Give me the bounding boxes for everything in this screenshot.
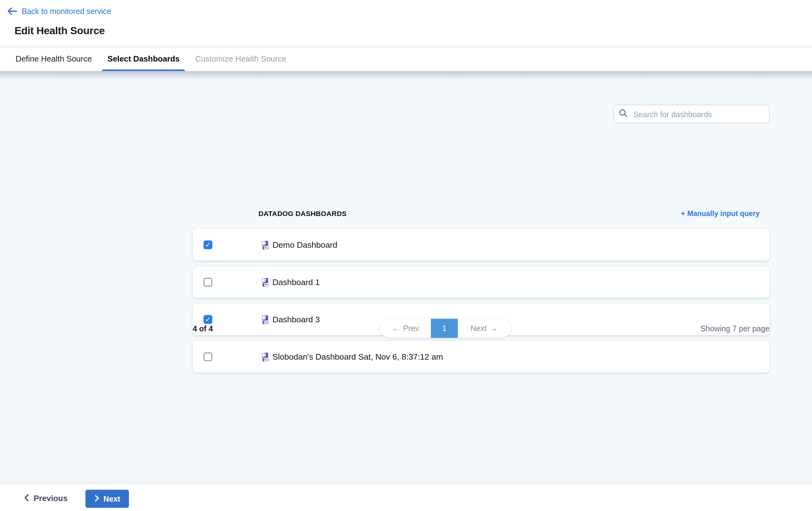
- tab-label: Select Dashboards: [108, 54, 180, 64]
- tab-customize-health-source[interactable]: Customize Health Source: [190, 47, 291, 71]
- wizard-footer: Previous Next: [0, 484, 812, 511]
- dashboard-row-main: Demo Dashboard: [261, 239, 337, 250]
- dashboard-name: Demo Dashboard: [272, 240, 337, 250]
- tab-define-health-source[interactable]: Define Health Source: [10, 47, 97, 71]
- dashboard-search: [613, 105, 770, 124]
- arrow-left-icon: ←: [392, 324, 400, 332]
- page-header: Back to monitored service Edit Health So…: [0, 0, 812, 37]
- chevron-right-icon: [95, 494, 99, 503]
- datadog-icon: [261, 239, 269, 250]
- column-header: DATADOG DASHBOARDS: [258, 210, 347, 218]
- dashboard-row-main: Slobodan's Dashboard Sat, Nov 6, 8:37:12…: [261, 351, 443, 362]
- page-number-button[interactable]: 1: [431, 319, 458, 338]
- dashboard-row-main: Dashboard 1: [261, 277, 320, 288]
- previous-step-label: Previous: [33, 494, 67, 503]
- arrow-right-icon: →: [490, 324, 498, 332]
- datadog-icon: [261, 351, 269, 362]
- dashboard-name: Dashboard 1: [272, 277, 320, 287]
- tab-label: Customize Health Source: [195, 54, 286, 64]
- prev-page-label: Prev: [403, 324, 419, 332]
- dashboard-row[interactable]: Dashboard 1: [193, 266, 770, 298]
- tab-label: Define Health Source: [16, 54, 92, 64]
- tab-select-dashboards[interactable]: Select Dashboards: [102, 47, 185, 71]
- prev-page-button[interactable]: ← Prev: [380, 319, 431, 338]
- pager: ← Prev 1 Next →: [380, 319, 511, 338]
- previous-step-button[interactable]: Previous: [24, 493, 68, 504]
- datadog-icon: [261, 277, 269, 288]
- next-step-button[interactable]: Next: [86, 489, 129, 508]
- back-link-label: Back to monitored service: [22, 7, 111, 16]
- next-page-button[interactable]: Next →: [458, 319, 511, 338]
- dashboard-row[interactable]: Demo Dashboard: [193, 229, 770, 261]
- tab-bar: Define Health Source Select Dashboards C…: [0, 47, 812, 71]
- edit-health-source-page: Back to monitored service Edit Health So…: [0, 0, 812, 511]
- dashboard-list: Demo Dashboard: [193, 229, 770, 378]
- next-step-label: Next: [104, 494, 120, 503]
- manual-input-query-link[interactable]: + Manually input query: [681, 210, 760, 218]
- next-page-label: Next: [471, 324, 487, 332]
- dashboard-select-panel: DATADOG DASHBOARDS + Manually input quer…: [0, 71, 812, 484]
- search-input[interactable]: [633, 109, 764, 119]
- page-title: Edit Health Source: [14, 25, 812, 37]
- dashboard-checkbox[interactable]: [203, 352, 212, 361]
- dashboard-checkbox[interactable]: [203, 241, 212, 249]
- result-count: 4 of 4: [193, 324, 213, 332]
- pagination-row: 4 of 4 ← Prev 1 Next → Showing 7 per pag…: [0, 319, 812, 338]
- dashboard-row[interactable]: Slobodan's Dashboard Sat, Nov 6, 8:37:12…: [193, 341, 770, 373]
- search-icon: [619, 108, 628, 119]
- dashboard-checkbox[interactable]: [203, 278, 212, 287]
- back-arrow-icon: [7, 7, 17, 15]
- chevron-left-icon: [24, 493, 29, 504]
- dashboard-name: Slobodan's Dashboard Sat, Nov 6, 8:37:12…: [272, 352, 443, 361]
- back-link[interactable]: Back to monitored service: [7, 7, 111, 16]
- per-page-label: Showing 7 per page: [700, 324, 770, 332]
